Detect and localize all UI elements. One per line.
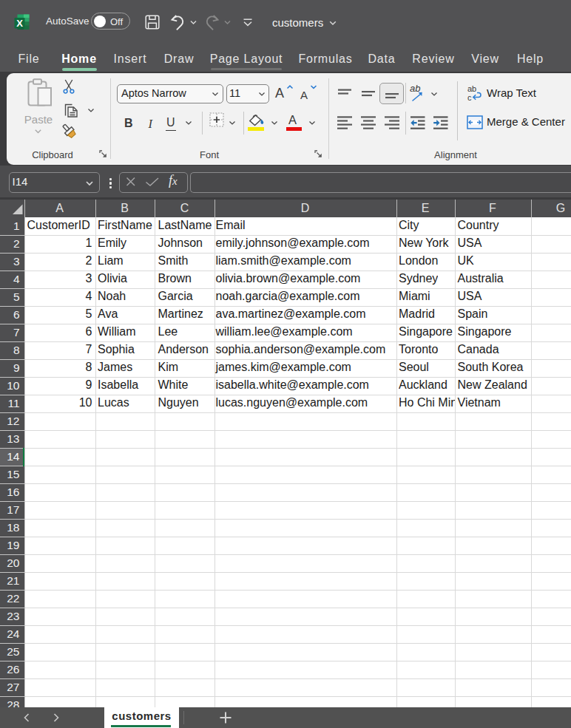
- svg-text:X: X: [16, 18, 23, 29]
- svg-text:c: c: [467, 93, 472, 102]
- svg-text:ab: ab: [467, 84, 476, 93]
